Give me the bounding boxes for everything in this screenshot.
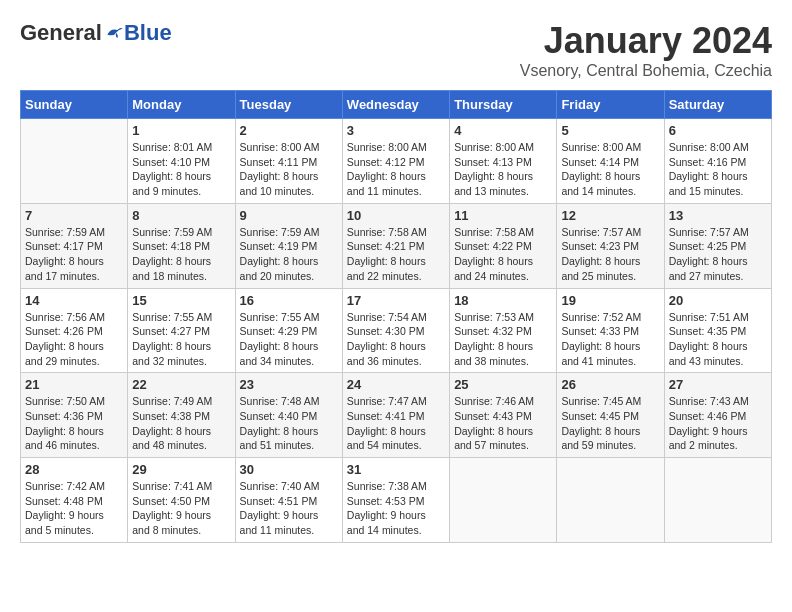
day-number: 1 (132, 123, 230, 138)
logo: General Blue (20, 20, 172, 46)
calendar-cell: 16Sunrise: 7:55 AM Sunset: 4:29 PM Dayli… (235, 288, 342, 373)
calendar-header-row: SundayMondayTuesdayWednesdayThursdayFrid… (21, 91, 772, 119)
logo-general: General (20, 20, 102, 46)
calendar-cell (21, 119, 128, 204)
day-info: Sunrise: 7:38 AM Sunset: 4:53 PM Dayligh… (347, 479, 445, 538)
day-number: 22 (132, 377, 230, 392)
day-number: 7 (25, 208, 123, 223)
logo-bird-icon (104, 23, 124, 43)
calendar-cell: 1Sunrise: 8:01 AM Sunset: 4:10 PM Daylig… (128, 119, 235, 204)
day-info: Sunrise: 7:42 AM Sunset: 4:48 PM Dayligh… (25, 479, 123, 538)
calendar-header-monday: Monday (128, 91, 235, 119)
day-number: 29 (132, 462, 230, 477)
calendar-cell: 31Sunrise: 7:38 AM Sunset: 4:53 PM Dayli… (342, 458, 449, 543)
calendar-cell: 6Sunrise: 8:00 AM Sunset: 4:16 PM Daylig… (664, 119, 771, 204)
calendar-table: SundayMondayTuesdayWednesdayThursdayFrid… (20, 90, 772, 543)
calendar-cell: 11Sunrise: 7:58 AM Sunset: 4:22 PM Dayli… (450, 203, 557, 288)
day-info: Sunrise: 7:45 AM Sunset: 4:45 PM Dayligh… (561, 394, 659, 453)
calendar-cell: 2Sunrise: 8:00 AM Sunset: 4:11 PM Daylig… (235, 119, 342, 204)
day-number: 25 (454, 377, 552, 392)
day-info: Sunrise: 7:40 AM Sunset: 4:51 PM Dayligh… (240, 479, 338, 538)
calendar-cell: 10Sunrise: 7:58 AM Sunset: 4:21 PM Dayli… (342, 203, 449, 288)
calendar-cell (450, 458, 557, 543)
calendar-header-friday: Friday (557, 91, 664, 119)
day-info: Sunrise: 7:57 AM Sunset: 4:23 PM Dayligh… (561, 225, 659, 284)
calendar-cell: 9Sunrise: 7:59 AM Sunset: 4:19 PM Daylig… (235, 203, 342, 288)
day-number: 13 (669, 208, 767, 223)
day-info: Sunrise: 7:58 AM Sunset: 4:21 PM Dayligh… (347, 225, 445, 284)
day-number: 11 (454, 208, 552, 223)
logo-blue: Blue (124, 20, 172, 46)
calendar-cell: 19Sunrise: 7:52 AM Sunset: 4:33 PM Dayli… (557, 288, 664, 373)
day-number: 12 (561, 208, 659, 223)
title-block: January 2024 Vsenory, Central Bohemia, C… (520, 20, 772, 80)
day-number: 18 (454, 293, 552, 308)
day-info: Sunrise: 7:59 AM Sunset: 4:19 PM Dayligh… (240, 225, 338, 284)
calendar-week-row: 14Sunrise: 7:56 AM Sunset: 4:26 PM Dayli… (21, 288, 772, 373)
day-info: Sunrise: 7:47 AM Sunset: 4:41 PM Dayligh… (347, 394, 445, 453)
month-title: January 2024 (520, 20, 772, 62)
day-number: 17 (347, 293, 445, 308)
day-info: Sunrise: 7:56 AM Sunset: 4:26 PM Dayligh… (25, 310, 123, 369)
day-number: 5 (561, 123, 659, 138)
day-info: Sunrise: 7:41 AM Sunset: 4:50 PM Dayligh… (132, 479, 230, 538)
day-info: Sunrise: 7:59 AM Sunset: 4:17 PM Dayligh… (25, 225, 123, 284)
page-header: General Blue January 2024 Vsenory, Centr… (20, 20, 772, 80)
calendar-cell: 29Sunrise: 7:41 AM Sunset: 4:50 PM Dayli… (128, 458, 235, 543)
calendar-cell: 30Sunrise: 7:40 AM Sunset: 4:51 PM Dayli… (235, 458, 342, 543)
day-number: 4 (454, 123, 552, 138)
day-number: 16 (240, 293, 338, 308)
day-info: Sunrise: 7:55 AM Sunset: 4:29 PM Dayligh… (240, 310, 338, 369)
day-info: Sunrise: 7:58 AM Sunset: 4:22 PM Dayligh… (454, 225, 552, 284)
day-info: Sunrise: 7:48 AM Sunset: 4:40 PM Dayligh… (240, 394, 338, 453)
calendar-cell (664, 458, 771, 543)
day-info: Sunrise: 8:01 AM Sunset: 4:10 PM Dayligh… (132, 140, 230, 199)
calendar-cell: 25Sunrise: 7:46 AM Sunset: 4:43 PM Dayli… (450, 373, 557, 458)
location-subtitle: Vsenory, Central Bohemia, Czechia (520, 62, 772, 80)
day-number: 6 (669, 123, 767, 138)
calendar-cell: 13Sunrise: 7:57 AM Sunset: 4:25 PM Dayli… (664, 203, 771, 288)
calendar-week-row: 7Sunrise: 7:59 AM Sunset: 4:17 PM Daylig… (21, 203, 772, 288)
calendar-cell (557, 458, 664, 543)
calendar-cell: 24Sunrise: 7:47 AM Sunset: 4:41 PM Dayli… (342, 373, 449, 458)
day-info: Sunrise: 7:57 AM Sunset: 4:25 PM Dayligh… (669, 225, 767, 284)
day-number: 24 (347, 377, 445, 392)
day-info: Sunrise: 8:00 AM Sunset: 4:12 PM Dayligh… (347, 140, 445, 199)
day-info: Sunrise: 7:54 AM Sunset: 4:30 PM Dayligh… (347, 310, 445, 369)
day-number: 3 (347, 123, 445, 138)
calendar-week-row: 1Sunrise: 8:01 AM Sunset: 4:10 PM Daylig… (21, 119, 772, 204)
calendar-cell: 28Sunrise: 7:42 AM Sunset: 4:48 PM Dayli… (21, 458, 128, 543)
day-info: Sunrise: 7:55 AM Sunset: 4:27 PM Dayligh… (132, 310, 230, 369)
calendar-cell: 22Sunrise: 7:49 AM Sunset: 4:38 PM Dayli… (128, 373, 235, 458)
calendar-cell: 20Sunrise: 7:51 AM Sunset: 4:35 PM Dayli… (664, 288, 771, 373)
day-info: Sunrise: 8:00 AM Sunset: 4:11 PM Dayligh… (240, 140, 338, 199)
day-info: Sunrise: 7:52 AM Sunset: 4:33 PM Dayligh… (561, 310, 659, 369)
calendar-cell: 21Sunrise: 7:50 AM Sunset: 4:36 PM Dayli… (21, 373, 128, 458)
calendar-header-thursday: Thursday (450, 91, 557, 119)
day-info: Sunrise: 7:43 AM Sunset: 4:46 PM Dayligh… (669, 394, 767, 453)
day-number: 10 (347, 208, 445, 223)
calendar-header-sunday: Sunday (21, 91, 128, 119)
day-info: Sunrise: 8:00 AM Sunset: 4:16 PM Dayligh… (669, 140, 767, 199)
day-number: 28 (25, 462, 123, 477)
day-number: 19 (561, 293, 659, 308)
calendar-cell: 18Sunrise: 7:53 AM Sunset: 4:32 PM Dayli… (450, 288, 557, 373)
calendar-cell: 26Sunrise: 7:45 AM Sunset: 4:45 PM Dayli… (557, 373, 664, 458)
day-info: Sunrise: 8:00 AM Sunset: 4:13 PM Dayligh… (454, 140, 552, 199)
calendar-week-row: 28Sunrise: 7:42 AM Sunset: 4:48 PM Dayli… (21, 458, 772, 543)
day-number: 9 (240, 208, 338, 223)
calendar-cell: 7Sunrise: 7:59 AM Sunset: 4:17 PM Daylig… (21, 203, 128, 288)
calendar-cell: 27Sunrise: 7:43 AM Sunset: 4:46 PM Dayli… (664, 373, 771, 458)
day-info: Sunrise: 7:50 AM Sunset: 4:36 PM Dayligh… (25, 394, 123, 453)
day-number: 23 (240, 377, 338, 392)
calendar-header-tuesday: Tuesday (235, 91, 342, 119)
day-number: 26 (561, 377, 659, 392)
calendar-cell: 14Sunrise: 7:56 AM Sunset: 4:26 PM Dayli… (21, 288, 128, 373)
day-number: 20 (669, 293, 767, 308)
day-info: Sunrise: 7:49 AM Sunset: 4:38 PM Dayligh… (132, 394, 230, 453)
calendar-week-row: 21Sunrise: 7:50 AM Sunset: 4:36 PM Dayli… (21, 373, 772, 458)
day-number: 15 (132, 293, 230, 308)
calendar-cell: 17Sunrise: 7:54 AM Sunset: 4:30 PM Dayli… (342, 288, 449, 373)
day-number: 30 (240, 462, 338, 477)
calendar-cell: 12Sunrise: 7:57 AM Sunset: 4:23 PM Dayli… (557, 203, 664, 288)
